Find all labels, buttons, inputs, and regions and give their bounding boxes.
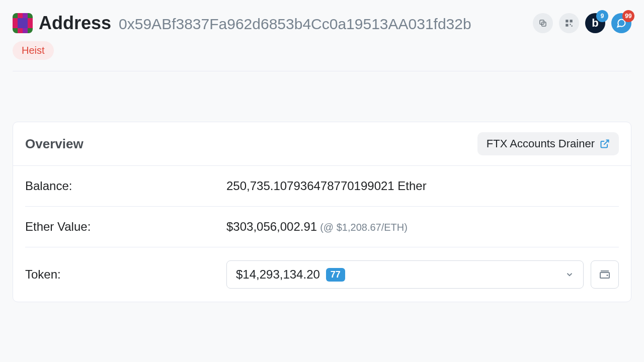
svg-rect-6 — [572, 26, 573, 27]
drainer-link[interactable]: FTX Accounts Drainer — [477, 132, 619, 155]
header-actions: b 9 99 — [533, 13, 631, 33]
card-header: Overview FTX Accounts Drainer — [13, 122, 631, 166]
address-header: Address 0x59ABf3837Fa962d6853b4Cc0a19513… — [13, 13, 631, 34]
svg-point-8 — [607, 275, 608, 276]
b-badge: 9 — [596, 10, 608, 22]
svg-rect-2 — [566, 20, 568, 22]
qr-icon — [565, 19, 574, 28]
chat-badge: 99 — [622, 10, 634, 22]
external-link-icon — [600, 139, 610, 149]
token-amount: $14,293,134.20 — [236, 267, 320, 282]
address-hash: 0x59ABf3837Fa962d6853b4Cc0a19513AA031fd3… — [119, 16, 471, 33]
ether-value-value: $303,056,002.91 (@ $1,208.67/ETH) — [226, 220, 619, 234]
card-title: Overview — [25, 136, 84, 152]
heist-tag[interactable]: Heist — [13, 41, 54, 60]
token-dropdown[interactable]: $14,293,134.20 77 — [226, 260, 584, 289]
svg-rect-5 — [570, 24, 571, 25]
title-wrap: Address 0x59ABf3837Fa962d6853b4Cc0a19513… — [39, 13, 527, 34]
overview-card: Overview FTX Accounts Drainer Balance: 2… — [13, 122, 631, 302]
qr-button[interactable] — [559, 13, 579, 33]
copy-button[interactable] — [533, 13, 553, 33]
svg-rect-3 — [570, 20, 573, 22]
wallet-button[interactable] — [591, 260, 619, 289]
svg-line-7 — [604, 140, 608, 145]
ether-value-label: Ether Value: — [25, 220, 226, 234]
balance-row: Balance: 250,735.107936478770199021 Ethe… — [25, 166, 619, 206]
ether-value-rate: (@ $1,208.67/ETH) — [320, 222, 408, 233]
ether-value-row: Ether Value: $303,056,002.91 (@ $1,208.6… — [25, 206, 619, 247]
page-title: Address — [39, 13, 111, 34]
tag-row: Heist — [13, 41, 631, 60]
token-row: Token: $14,293,134.20 77 — [25, 247, 619, 302]
token-label: Token: — [25, 267, 226, 282]
wallet-icon — [599, 268, 611, 281]
divider — [13, 71, 631, 71]
chevron-down-icon — [565, 270, 574, 279]
balance-value: 250,735.107936478770199021 Ether — [226, 179, 619, 193]
address-identicon — [13, 13, 33, 33]
ether-value-amount: $303,056,002.91 — [226, 220, 317, 234]
balance-label: Balance: — [25, 179, 226, 193]
drainer-label: FTX Accounts Drainer — [487, 137, 595, 150]
token-count-badge: 77 — [326, 268, 345, 282]
copy-icon — [538, 19, 547, 28]
svg-rect-4 — [566, 24, 568, 27]
